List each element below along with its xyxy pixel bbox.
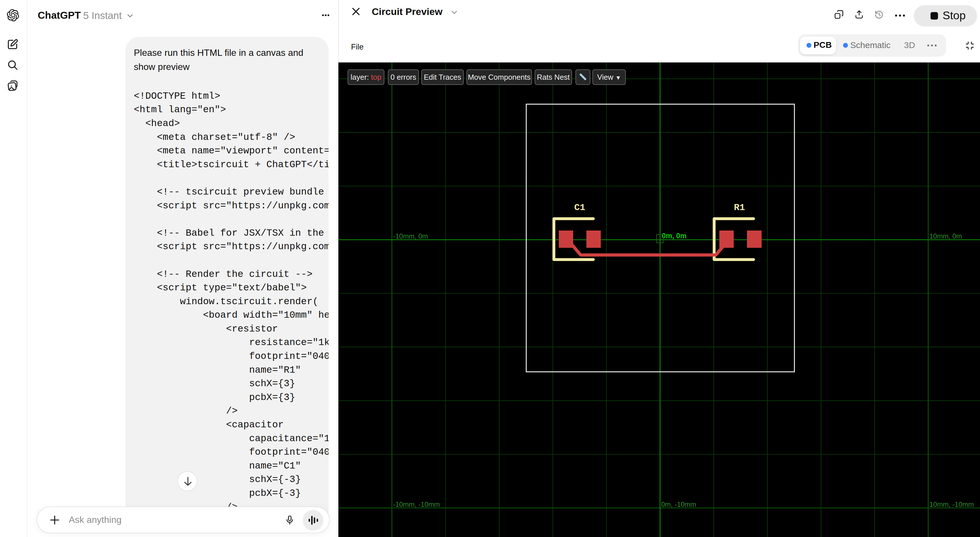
svg-text:C1: C1	[574, 202, 585, 213]
svg-text:10mm, -10mm: 10mm, -10mm	[929, 500, 974, 508]
svg-text:10mm, 0m: 10mm, 0m	[929, 232, 962, 240]
svg-text:0m, 0m: 0m, 0m	[662, 232, 687, 240]
svg-text:R1: R1	[734, 202, 745, 213]
svg-text:-10mm, -10mm: -10mm, -10mm	[393, 500, 440, 508]
svg-text:0m, -10mm: 0m, -10mm	[661, 500, 696, 508]
svg-text:-10mm, 0m: -10mm, 0m	[393, 232, 428, 240]
